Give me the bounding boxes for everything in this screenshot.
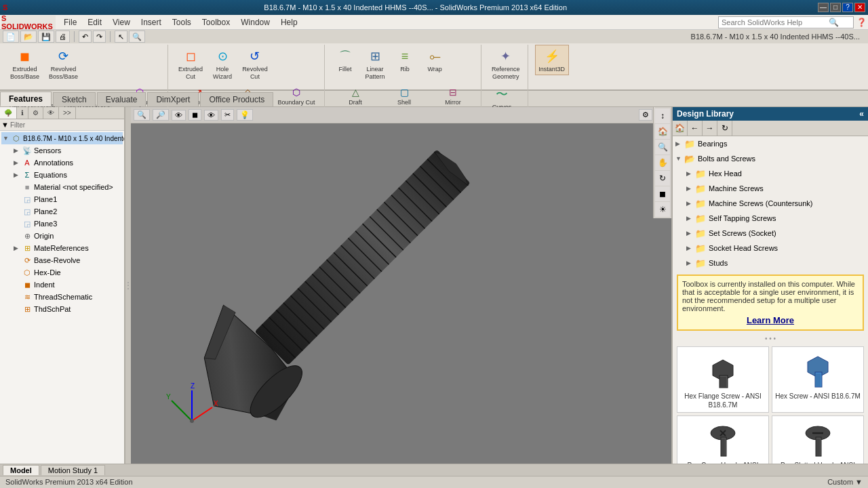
dl-self-tapping[interactable]: ▶ 📁 Self Tapping Screws: [673, 211, 868, 226]
pan-cross-head-card[interactable]: Pan Cross Head - ANSI B18.6.7M: [677, 415, 769, 464]
lighting-button[interactable]: 💡: [237, 109, 253, 121]
normal-to-button[interactable]: ↕: [655, 108, 670, 123]
zoom-button[interactable]: 🔍: [129, 30, 145, 43]
search-input[interactable]: [719, 18, 827, 26]
tree-base-revolve[interactable]: ▶ ⟳ Base-Revolve: [1, 254, 123, 266]
tab-features[interactable]: Features: [0, 92, 52, 106]
menu-tools[interactable]: Tools: [167, 15, 197, 30]
rib-button[interactable]: ≡ Rib: [391, 45, 418, 75]
self-tapping-expander[interactable]: ▶: [686, 215, 694, 222]
hex-flange-screw-card[interactable]: Hex Flange Screw - ANSI B18.6.7M: [677, 346, 769, 413]
display-style-button[interactable]: ◼: [655, 186, 670, 201]
mirror-button[interactable]: ⊟ Mirror: [429, 84, 477, 107]
view-settings-button[interactable]: ⚙: [639, 109, 652, 121]
dl-studs[interactable]: ▶ 📁 Studs: [673, 256, 868, 270]
sensors-expander[interactable]: ▶: [14, 147, 22, 154]
materef-expander[interactable]: ▶: [14, 245, 22, 251]
menu-view[interactable]: View: [107, 15, 136, 30]
tree-thdschpat[interactable]: ▶ ⊞ ThdSchPat: [1, 303, 123, 315]
studs-expander[interactable]: ▶: [686, 260, 694, 266]
panel-resize-handle[interactable]: ⋮: [125, 107, 131, 464]
tree-root[interactable]: ▼ ⬡ B18.6.7M - M10 x 1.5 x 40 Indented H…: [1, 132, 123, 144]
hole-wizard-button[interactable]: ⊙ HoleWizard: [209, 45, 236, 83]
dl-hex-head[interactable]: ▶ 📁 Hex Head: [673, 166, 868, 181]
undo-button[interactable]: ↶: [79, 30, 92, 43]
equations-expander[interactable]: ▶: [14, 171, 22, 178]
tree-origin[interactable]: ▶ ⊕ Origin: [1, 230, 123, 242]
socket-head-expander[interactable]: ▶: [686, 245, 694, 251]
tab-dimxpert[interactable]: DimXpert: [147, 92, 199, 106]
new-button[interactable]: 📄: [3, 30, 19, 43]
tree-hex-die[interactable]: ▶ ⬡ Hex-Die: [1, 266, 123, 279]
revolved-cut-button[interactable]: ↺ RevolvedCut: [239, 45, 271, 83]
extruded-cut-button[interactable]: ◻ ExtrudedCut: [175, 45, 206, 83]
tree-materef[interactable]: ▶ ⊞ MateReferences: [1, 242, 123, 254]
rp-tab-forward[interactable]: →: [703, 121, 717, 136]
panel-tab-config[interactable]: ⚙: [28, 107, 43, 119]
tree-equations[interactable]: ▶ Σ Equations: [1, 169, 123, 181]
open-button[interactable]: 📂: [20, 30, 37, 43]
tab-office-products[interactable]: Office Products: [200, 92, 273, 106]
tree-annotations[interactable]: ▶ A Annotations: [1, 157, 123, 169]
model-tab-model[interactable]: Model: [3, 465, 39, 475]
draft-button[interactable]: △ Draft: [332, 84, 379, 107]
view-orient-button[interactable]: 👁: [172, 110, 186, 121]
minimize-button[interactable]: —: [818, 3, 829, 12]
panel-tab-properties[interactable]: ℹ: [17, 107, 28, 119]
extruded-boss-button[interactable]: ◼ ExtrudedBoss/Base: [7, 45, 43, 83]
tree-material[interactable]: ▶ ■ Material <not specified>: [1, 181, 123, 193]
collapse-button[interactable]: «: [859, 109, 864, 119]
dl-socket-head[interactable]: ▶ 📁 Socket Head Screws: [673, 241, 868, 256]
hide-show-button[interactable]: 👁: [204, 110, 218, 121]
zoom-fit-button[interactable]: 🔍: [134, 109, 150, 121]
tab-sketch[interactable]: Sketch: [53, 92, 96, 106]
revolved-boss-button[interactable]: ⟳ RevolvedBoss/Base: [45, 45, 81, 83]
shell-button[interactable]: ▢ Shell: [380, 84, 428, 107]
search-icon[interactable]: 🔍: [827, 16, 840, 28]
menu-help[interactable]: Help: [275, 15, 303, 30]
help-button[interactable]: ?: [842, 3, 853, 12]
rp-tab-back[interactable]: ←: [688, 121, 703, 136]
tab-evaluate[interactable]: Evaluate: [97, 92, 146, 106]
dl-set-screws[interactable]: ▶ 📁 Set Screws (Socket): [673, 226, 868, 241]
section-view-button[interactable]: ✂: [221, 109, 234, 121]
hex-head-expander[interactable]: ▶: [686, 170, 694, 177]
countersunk-expander[interactable]: ▶: [686, 200, 694, 207]
tree-plane2[interactable]: ▶ ◲ Plane2: [1, 205, 123, 218]
pan-slotted-card[interactable]: Pan Slotted Head - ANSI B18.6.7M: [772, 415, 864, 464]
reference-geometry-button[interactable]: ✦ ReferenceGeometry: [488, 45, 524, 83]
display-mode-button[interactable]: ◼: [189, 109, 201, 121]
panel-tab-features[interactable]: 🌳: [0, 107, 17, 119]
maximize-button[interactable]: □: [830, 3, 841, 12]
panel-tab-more[interactable]: >>: [59, 107, 76, 119]
fillet-button[interactable]: ⌒ Fillet: [332, 45, 359, 75]
save-button[interactable]: 💾: [38, 30, 54, 43]
menu-edit[interactable]: Edit: [82, 15, 107, 30]
select-button[interactable]: ↖: [115, 30, 127, 43]
rp-tab-refresh[interactable]: ↻: [717, 121, 732, 136]
panel-tab-display[interactable]: 👁: [43, 107, 59, 119]
annotations-expander[interactable]: ▶: [14, 159, 22, 166]
tree-thread-schematic[interactable]: ▶ ≋ ThreadSchematic: [1, 291, 123, 303]
dl-machine-screws[interactable]: ▶ 📁 Machine Screws: [673, 181, 868, 196]
instant3d-button[interactable]: ⚡ Instant3D: [535, 45, 569, 75]
learn-more-link[interactable]: Learn More: [682, 315, 859, 325]
menu-insert[interactable]: Insert: [136, 15, 167, 30]
redo-button[interactable]: ↷: [93, 30, 106, 43]
tree-sensors[interactable]: ▶ 📡 Sensors: [1, 144, 123, 157]
shadows-button[interactable]: ☀: [655, 202, 670, 217]
rotate-button[interactable]: ↻: [655, 171, 670, 186]
dl-bolts-screws[interactable]: ▼ 📂 Bolts and Screws: [673, 151, 868, 166]
tree-plane3[interactable]: ▶ ◲ Plane3: [1, 218, 123, 230]
wrap-button[interactable]: ⟜ Wrap: [421, 45, 448, 75]
model-tab-motion[interactable]: Motion Study 1: [41, 465, 105, 475]
tree-plane1[interactable]: ▶ ◲ Plane1: [1, 193, 123, 205]
bearings-expander[interactable]: ▶: [675, 140, 684, 147]
dl-bearings[interactable]: ▶ 📁 Bearings: [673, 136, 868, 151]
custom-dropdown-icon[interactable]: ▼: [855, 478, 863, 486]
zoom-in-button[interactable]: 🔎: [153, 109, 169, 121]
set-screws-expander[interactable]: ▶: [686, 230, 694, 237]
bolts-expander[interactable]: ▼: [675, 155, 684, 162]
root-expander[interactable]: ▼: [3, 135, 11, 142]
zoom-area-button[interactable]: 🔍: [655, 140, 670, 155]
